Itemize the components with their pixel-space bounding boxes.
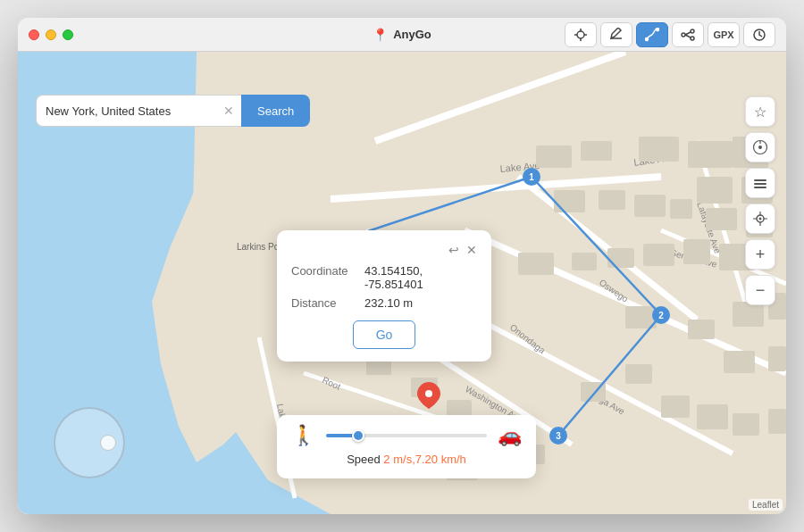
svg-point-0 — [577, 31, 584, 38]
app-window: 📍 AnyGo — [18, 18, 786, 514]
svg-rect-57 — [518, 253, 554, 275]
title-area: 📍 AnyGo — [373, 28, 431, 42]
zoom-out-icon: − — [756, 281, 766, 300]
map-container[interactable]: Lake Ave Lake Ave Lafayette Ave Seneca A… — [18, 52, 786, 514]
svg-rect-55 — [607, 248, 634, 268]
map-layers-button[interactable] — [745, 168, 775, 198]
coordinate-label: Coordinate — [291, 264, 354, 291]
speed-panel: 🚶 🚗 Speed 2 m/s,7.20 km/h — [277, 415, 536, 478]
location-icon — [752, 211, 768, 227]
speed-text: Speed 2 m/s,7.20 km/h — [291, 453, 522, 466]
svg-rect-97 — [754, 187, 766, 188]
joystick[interactable] — [54, 407, 125, 478]
svg-point-7 — [657, 28, 659, 30]
svg-rect-41 — [639, 137, 679, 162]
walk-icon: 🚶 — [291, 424, 315, 447]
svg-rect-50 — [706, 208, 737, 230]
svg-rect-46 — [554, 190, 585, 212]
speed-value: 2 m/s,7.20 km/h — [383, 453, 465, 466]
svg-rect-42 — [688, 141, 733, 168]
svg-point-8 — [682, 33, 685, 37]
titlebar: 📍 AnyGo — [18, 18, 786, 52]
pen-button[interactable] — [600, 22, 632, 47]
traffic-lights — [29, 29, 73, 40]
compass-icon — [752, 139, 768, 155]
info-popup: ↩ ✕ Coordinate 43.154150, -75.851401 Dis… — [277, 230, 491, 362]
car-icon: 🚗 — [498, 424, 522, 447]
svg-rect-66 — [661, 395, 690, 418]
speed-slider-thumb[interactable] — [352, 429, 364, 442]
pin-icon: 📍 — [373, 28, 388, 42]
distance-row: Distance 232.10 m — [291, 296, 477, 310]
search-area: ✕ Search — [36, 95, 310, 127]
svg-text:1: 1 — [529, 172, 534, 182]
svg-rect-68 — [733, 413, 759, 436]
svg-rect-44 — [697, 177, 733, 204]
map-layers-icon — [752, 175, 768, 191]
go-button[interactable]: Go — [353, 320, 415, 349]
svg-rect-53 — [683, 239, 710, 264]
joystick-dot — [100, 435, 116, 451]
minimize-button[interactable] — [46, 29, 56, 40]
distance-label: Distance — [291, 296, 354, 310]
svg-point-99 — [759, 218, 762, 220]
coordinate-row: Coordinate 43.154150, -75.851401 — [291, 264, 477, 291]
star-icon: ☆ — [754, 104, 766, 121]
svg-rect-49 — [670, 199, 692, 219]
location-button[interactable] — [745, 204, 775, 234]
speed-label: Speed — [347, 453, 381, 466]
coordinate-value: 43.154150, -75.851401 — [364, 264, 477, 291]
svg-point-10 — [691, 37, 694, 40]
search-input-wrapper: ✕ — [36, 95, 241, 127]
svg-rect-96 — [754, 183, 766, 185]
search-button[interactable]: Search — [241, 95, 310, 127]
zoom-out-button[interactable]: − — [745, 275, 775, 305]
svg-point-6 — [646, 37, 649, 40]
search-input[interactable] — [36, 95, 241, 127]
svg-text:2: 2 — [658, 311, 664, 320]
svg-rect-58 — [733, 302, 764, 327]
nodes-button[interactable] — [672, 22, 704, 47]
svg-rect-48 — [634, 195, 666, 217]
maximize-button[interactable] — [63, 29, 73, 40]
svg-rect-63 — [768, 346, 786, 371]
history-button[interactable] — [743, 22, 775, 47]
route-button[interactable] — [636, 22, 668, 47]
gpx-button[interactable]: GPX — [708, 22, 740, 47]
svg-rect-67 — [697, 404, 728, 429]
zoom-in-button[interactable]: + — [745, 239, 775, 270]
speed-icons-row: 🚶 🚗 — [291, 424, 522, 447]
app-title: AnyGo — [393, 28, 431, 41]
leaflet-badge: Leaflet — [749, 499, 783, 511]
svg-rect-40 — [581, 141, 612, 161]
svg-rect-56 — [572, 253, 597, 270]
close-button[interactable] — [29, 29, 39, 40]
svg-text:3: 3 — [556, 431, 561, 441]
svg-rect-62 — [724, 351, 755, 373]
close-popup-button[interactable]: ✕ — [466, 243, 477, 257]
star-button[interactable]: ☆ — [745, 96, 775, 127]
svg-rect-69 — [768, 409, 786, 434]
popup-header: ↩ ✕ — [291, 243, 477, 257]
svg-rect-52 — [643, 244, 674, 266]
right-tools: ☆ — [745, 96, 775, 305]
svg-point-9 — [691, 29, 694, 33]
svg-line-11 — [685, 32, 691, 35]
distance-value: 232.10 m — [364, 296, 413, 310]
clear-icon[interactable]: ✕ — [223, 104, 234, 117]
svg-rect-95 — [754, 179, 766, 181]
svg-line-12 — [685, 35, 691, 37]
crosshair-button[interactable] — [565, 22, 597, 47]
titlebar-toolbar: GPX — [565, 22, 775, 47]
gpx-label: GPX — [713, 29, 733, 40]
svg-rect-47 — [599, 190, 625, 210]
speed-slider[interactable] — [326, 434, 487, 437]
compass-button[interactable] — [745, 132, 775, 162]
svg-point-93 — [758, 145, 762, 149]
svg-rect-64 — [625, 364, 652, 384]
svg-rect-61 — [688, 320, 715, 339]
svg-point-91 — [425, 390, 432, 397]
undo-button[interactable]: ↩ — [448, 243, 459, 257]
svg-rect-39 — [536, 145, 572, 168]
zoom-in-icon: + — [756, 245, 766, 264]
